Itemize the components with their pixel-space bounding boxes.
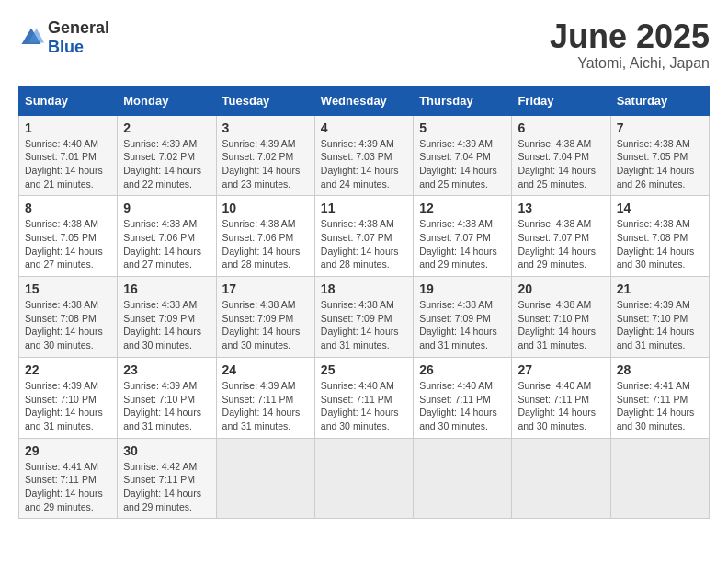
logo-general: General (48, 18, 109, 37)
cell-info: Sunrise: 4:40 AMSunset: 7:11 PMDaylight:… (518, 379, 604, 433)
day-number: 20 (518, 282, 604, 296)
calendar-cell: 23Sunrise: 4:39 AMSunset: 7:10 PMDayligh… (118, 357, 216, 438)
cell-info: Sunrise: 4:38 AMSunset: 7:04 PMDaylight:… (518, 137, 604, 191)
calendar-cell: 13Sunrise: 4:38 AMSunset: 7:07 PMDayligh… (512, 196, 610, 277)
cell-info: Sunrise: 4:38 AMSunset: 7:09 PMDaylight:… (222, 298, 309, 352)
day-number: 13 (518, 201, 604, 215)
month-year-title: June 2025 (550, 18, 710, 55)
cell-info: Sunrise: 4:38 AMSunset: 7:05 PMDaylight:… (25, 217, 111, 271)
cell-info: Sunrise: 4:42 AMSunset: 7:11 PMDaylight:… (123, 460, 210, 514)
calendar-table: Sunday Monday Tuesday Wednesday Thursday… (18, 86, 710, 520)
cell-info: Sunrise: 4:39 AMSunset: 7:10 PMDaylight:… (617, 298, 703, 352)
cell-info: Sunrise: 4:40 AMSunset: 7:01 PMDaylight:… (25, 137, 111, 191)
cell-info: Sunrise: 4:38 AMSunset: 7:05 PMDaylight:… (617, 137, 703, 191)
header-wednesday: Wednesday (314, 86, 413, 115)
day-number: 21 (617, 282, 703, 296)
calendar-cell (414, 438, 512, 519)
calendar-cell: 3Sunrise: 4:39 AMSunset: 7:02 PMDaylight… (216, 115, 314, 196)
cell-info: Sunrise: 4:38 AMSunset: 7:06 PMDaylight:… (123, 217, 210, 271)
calendar-week-row: 22Sunrise: 4:39 AMSunset: 7:10 PMDayligh… (19, 357, 710, 438)
calendar-cell: 21Sunrise: 4:39 AMSunset: 7:10 PMDayligh… (610, 277, 709, 358)
day-number: 29 (25, 443, 111, 458)
calendar-week-row: 29Sunrise: 4:41 AMSunset: 7:11 PMDayligh… (19, 438, 710, 519)
header-friday: Friday (512, 86, 610, 115)
cell-info: Sunrise: 4:39 AMSunset: 7:03 PMDaylight:… (321, 137, 407, 191)
cell-info: Sunrise: 4:40 AMSunset: 7:11 PMDaylight:… (321, 379, 407, 433)
calendar-cell: 17Sunrise: 4:38 AMSunset: 7:09 PMDayligh… (216, 277, 314, 358)
calendar-cell: 28Sunrise: 4:41 AMSunset: 7:11 PMDayligh… (610, 357, 709, 438)
cell-info: Sunrise: 4:39 AMSunset: 7:10 PMDaylight:… (123, 379, 210, 433)
calendar-cell: 12Sunrise: 4:38 AMSunset: 7:07 PMDayligh… (414, 196, 512, 277)
calendar-cell: 10Sunrise: 4:38 AMSunset: 7:06 PMDayligh… (216, 196, 314, 277)
calendar-cell: 16Sunrise: 4:38 AMSunset: 7:09 PMDayligh… (118, 277, 216, 358)
cell-info: Sunrise: 4:38 AMSunset: 7:09 PMDaylight:… (321, 298, 407, 352)
day-number: 8 (25, 201, 111, 215)
logo: General Blue (18, 18, 109, 57)
calendar-cell: 1Sunrise: 4:40 AMSunset: 7:01 PMDaylight… (19, 115, 118, 196)
day-number: 9 (123, 201, 210, 215)
calendar-cell: 11Sunrise: 4:38 AMSunset: 7:07 PMDayligh… (314, 196, 413, 277)
calendar-cell: 9Sunrise: 4:38 AMSunset: 7:06 PMDaylight… (118, 196, 216, 277)
header-sunday: Sunday (19, 86, 118, 115)
calendar-cell: 7Sunrise: 4:38 AMSunset: 7:05 PMDaylight… (610, 115, 709, 196)
logo-blue: Blue (48, 38, 84, 56)
page-header: General Blue June 2025 Yatomi, Aichi, Ja… (18, 18, 710, 72)
day-number: 1 (25, 121, 111, 135)
calendar-cell: 15Sunrise: 4:38 AMSunset: 7:08 PMDayligh… (19, 277, 118, 358)
calendar-cell: 5Sunrise: 4:39 AMSunset: 7:04 PMDaylight… (414, 115, 512, 196)
cell-info: Sunrise: 4:38 AMSunset: 7:08 PMDaylight:… (617, 217, 703, 271)
day-number: 7 (617, 121, 703, 135)
cell-info: Sunrise: 4:39 AMSunset: 7:10 PMDaylight:… (25, 379, 111, 433)
day-number: 17 (222, 282, 309, 296)
location-subtitle: Yatomi, Aichi, Japan (550, 55, 710, 72)
cell-info: Sunrise: 4:38 AMSunset: 7:07 PMDaylight:… (518, 217, 604, 271)
day-number: 25 (321, 362, 407, 377)
cell-info: Sunrise: 4:41 AMSunset: 7:11 PMDaylight:… (25, 460, 111, 514)
day-number: 5 (419, 121, 506, 135)
calendar-cell: 8Sunrise: 4:38 AMSunset: 7:05 PMDaylight… (19, 196, 118, 277)
calendar-cell (512, 438, 610, 519)
day-number: 14 (617, 201, 703, 215)
day-number: 10 (222, 201, 309, 215)
cell-info: Sunrise: 4:38 AMSunset: 7:07 PMDaylight:… (419, 217, 506, 271)
header-monday: Monday (118, 86, 216, 115)
calendar-cell: 27Sunrise: 4:40 AMSunset: 7:11 PMDayligh… (512, 357, 610, 438)
cell-info: Sunrise: 4:39 AMSunset: 7:02 PMDaylight:… (123, 137, 210, 191)
day-number: 19 (419, 282, 506, 296)
day-number: 24 (222, 362, 309, 377)
title-area: June 2025 Yatomi, Aichi, Japan (550, 18, 710, 72)
header-thursday: Thursday (414, 86, 512, 115)
day-number: 30 (123, 443, 210, 458)
header-saturday: Saturday (610, 86, 709, 115)
day-number: 16 (123, 282, 210, 296)
day-number: 3 (222, 121, 309, 135)
calendar-cell: 25Sunrise: 4:40 AMSunset: 7:11 PMDayligh… (314, 357, 413, 438)
day-number: 11 (321, 201, 407, 215)
header-tuesday: Tuesday (216, 86, 314, 115)
calendar-cell: 19Sunrise: 4:38 AMSunset: 7:09 PMDayligh… (414, 277, 512, 358)
cell-info: Sunrise: 4:40 AMSunset: 7:11 PMDaylight:… (419, 379, 506, 433)
day-number: 22 (25, 362, 111, 377)
cell-info: Sunrise: 4:41 AMSunset: 7:11 PMDaylight:… (617, 379, 703, 433)
calendar-cell: 29Sunrise: 4:41 AMSunset: 7:11 PMDayligh… (19, 438, 118, 519)
day-number: 18 (321, 282, 407, 296)
cell-info: Sunrise: 4:39 AMSunset: 7:04 PMDaylight:… (419, 137, 506, 191)
day-number: 4 (321, 121, 407, 135)
cell-info: Sunrise: 4:38 AMSunset: 7:06 PMDaylight:… (222, 217, 309, 271)
calendar-cell: 26Sunrise: 4:40 AMSunset: 7:11 PMDayligh… (414, 357, 512, 438)
calendar-cell (610, 438, 709, 519)
cell-info: Sunrise: 4:38 AMSunset: 7:09 PMDaylight:… (419, 298, 506, 352)
calendar-week-row: 15Sunrise: 4:38 AMSunset: 7:08 PMDayligh… (19, 277, 710, 358)
logo-icon (18, 25, 44, 51)
cell-info: Sunrise: 4:38 AMSunset: 7:10 PMDaylight:… (518, 298, 604, 352)
calendar-header-row: Sunday Monday Tuesday Wednesday Thursday… (19, 86, 710, 115)
calendar-cell: 6Sunrise: 4:38 AMSunset: 7:04 PMDaylight… (512, 115, 610, 196)
calendar-week-row: 8Sunrise: 4:38 AMSunset: 7:05 PMDaylight… (19, 196, 710, 277)
day-number: 23 (123, 362, 210, 377)
calendar-cell: 18Sunrise: 4:38 AMSunset: 7:09 PMDayligh… (314, 277, 413, 358)
calendar-cell: 14Sunrise: 4:38 AMSunset: 7:08 PMDayligh… (610, 196, 709, 277)
calendar-cell: 24Sunrise: 4:39 AMSunset: 7:11 PMDayligh… (216, 357, 314, 438)
day-number: 28 (617, 362, 703, 377)
cell-info: Sunrise: 4:38 AMSunset: 7:09 PMDaylight:… (123, 298, 210, 352)
calendar-cell: 2Sunrise: 4:39 AMSunset: 7:02 PMDaylight… (118, 115, 216, 196)
